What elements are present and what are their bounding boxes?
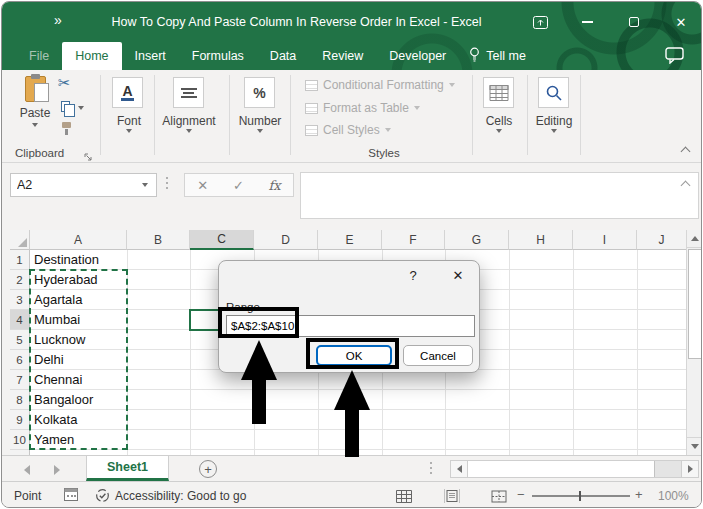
cells-button[interactable] [483, 77, 514, 108]
cell-styles-item[interactable]: Cell Styles [305, 122, 391, 138]
select-all-corner[interactable] [10, 230, 30, 250]
editing-dropdown-icon[interactable] [551, 129, 557, 133]
tab-file[interactable]: File [16, 42, 62, 70]
collapse-ribbon-icon[interactable] [681, 147, 691, 157]
formula-bar [300, 172, 699, 219]
alignment-button[interactable] [173, 77, 204, 108]
format-as-table-dropdown-icon [414, 106, 420, 110]
formula-input[interactable] [301, 173, 698, 218]
column-header-h[interactable]: H [509, 230, 573, 250]
sheet-tab-sheet1[interactable]: Sheet1 [86, 456, 169, 481]
column-header-a[interactable]: A [30, 230, 127, 250]
row-header-5[interactable]: 5 [10, 330, 30, 350]
conditional-formatting-icon [305, 80, 318, 91]
paste-button[interactable]: Paste [14, 76, 56, 127]
tab-review[interactable]: Review [309, 42, 376, 70]
normal-view-icon[interactable] [396, 490, 412, 506]
column-header-j[interactable]: J [637, 230, 686, 250]
enter-entry-icon[interactable]: ✓ [233, 178, 244, 193]
column-header-e[interactable]: E [318, 230, 382, 250]
minimize-button[interactable] [577, 12, 597, 32]
macro-record-icon[interactable] [64, 488, 78, 504]
grid-line [190, 250, 191, 455]
page-layout-view-icon[interactable] [444, 489, 460, 506]
previous-sheet-icon[interactable] [24, 465, 30, 475]
conditional-formatting-label: Conditional Formatting [323, 78, 444, 92]
tab-developer[interactable]: Developer [376, 42, 459, 70]
cancel-button[interactable]: Cancel [403, 345, 473, 366]
cut-icon[interactable]: ✂ [58, 74, 71, 92]
scroll-right-button[interactable] [681, 461, 698, 477]
comment-icon[interactable] [665, 47, 685, 68]
next-sheet-icon[interactable] [54, 465, 60, 475]
scroll-left-button[interactable] [451, 461, 468, 477]
horizontal-scrollbar[interactable] [450, 460, 699, 478]
styles-group-label: Styles [354, 147, 414, 159]
format-as-table-label: Format as Table [323, 101, 409, 115]
dialog-close-button[interactable]: ✕ [450, 268, 466, 283]
page-break-preview-icon[interactable] [491, 490, 507, 506]
row-header-6[interactable]: 6 [10, 350, 30, 370]
vertical-scrollbar[interactable] [686, 230, 702, 455]
name-box-dropdown-icon[interactable] [142, 183, 148, 187]
close-button[interactable]: ✕ [671, 12, 691, 32]
editing-button[interactable] [538, 77, 569, 108]
column-header-g[interactable]: G [445, 230, 509, 250]
cells-dropdown-icon[interactable] [496, 129, 502, 133]
column-header-d[interactable]: D [254, 230, 318, 250]
cell-a1[interactable]: Destination [34, 250, 99, 270]
zoom-out-button[interactable]: − [517, 487, 525, 502]
insert-function-icon[interactable]: fx [268, 178, 280, 193]
clipboard-group-label: Clipboard [15, 147, 64, 159]
zoom-slider-track[interactable] [532, 495, 630, 497]
row-header-1[interactable]: 1 [10, 250, 30, 270]
maximize-button[interactable] [624, 12, 644, 32]
cells-table-icon [488, 84, 510, 102]
row-header-7[interactable]: 7 [10, 370, 30, 390]
alignment-icon [181, 86, 197, 100]
vertical-scroll-thumb[interactable] [688, 249, 702, 359]
row-header-4[interactable]: 4 [10, 310, 30, 330]
new-sheet-button[interactable]: + [199, 460, 217, 478]
row-header-2[interactable]: 2 [10, 270, 30, 290]
quick-access-toolbar-icon[interactable]: » [54, 12, 62, 28]
font-dropdown-icon[interactable] [126, 129, 132, 133]
row-header-10[interactable]: 10 [10, 430, 30, 450]
zoom-slider-handle[interactable] [579, 491, 581, 501]
tab-formulas[interactable]: Formulas [179, 42, 257, 70]
cancel-entry-icon[interactable]: ✕ [197, 178, 208, 193]
zoom-in-button[interactable]: + [635, 487, 643, 502]
row-header-9[interactable]: 9 [10, 410, 30, 430]
grid-line [637, 250, 638, 455]
tab-scroll-dots[interactable] [430, 462, 432, 474]
copy-dropdown-icon[interactable] [78, 106, 84, 110]
zoom-level[interactable]: 100% [658, 489, 689, 503]
format-as-table-item[interactable]: Format as Table [305, 100, 420, 116]
row-header-8[interactable]: 8 [10, 390, 30, 410]
tab-insert[interactable]: Insert [122, 42, 179, 70]
alignment-dropdown-icon[interactable] [186, 129, 192, 133]
percent-icon: % [253, 85, 265, 101]
row-header-3[interactable]: 3 [10, 290, 30, 310]
tab-home[interactable]: Home [62, 42, 121, 70]
name-box[interactable] [10, 173, 157, 197]
format-painter-icon[interactable] [61, 122, 72, 135]
number-button[interactable]: % [244, 77, 275, 108]
group-separator [100, 75, 101, 155]
ribbon-display-options-icon[interactable] [530, 12, 550, 32]
tab-data[interactable]: Data [257, 42, 309, 70]
column-header-f[interactable]: F [382, 230, 445, 250]
dialog-help-button[interactable]: ? [405, 268, 421, 283]
horizontal-scroll-thumb[interactable] [468, 461, 655, 477]
conditional-formatting-item[interactable]: Conditional Formatting [305, 77, 455, 93]
accessibility-status[interactable]: Accessibility: Good to go [115, 489, 246, 503]
column-header-i[interactable]: I [573, 230, 637, 250]
scroll-down-button[interactable] [687, 437, 702, 455]
column-header-c[interactable]: C [190, 230, 254, 250]
font-button[interactable]: A [112, 77, 143, 108]
column-header-b[interactable]: B [127, 230, 190, 250]
tell-me[interactable]: Tell me [459, 42, 536, 70]
number-dropdown-icon[interactable] [257, 129, 263, 133]
copy-icon[interactable] [61, 101, 70, 112]
scroll-up-button[interactable] [687, 230, 702, 248]
